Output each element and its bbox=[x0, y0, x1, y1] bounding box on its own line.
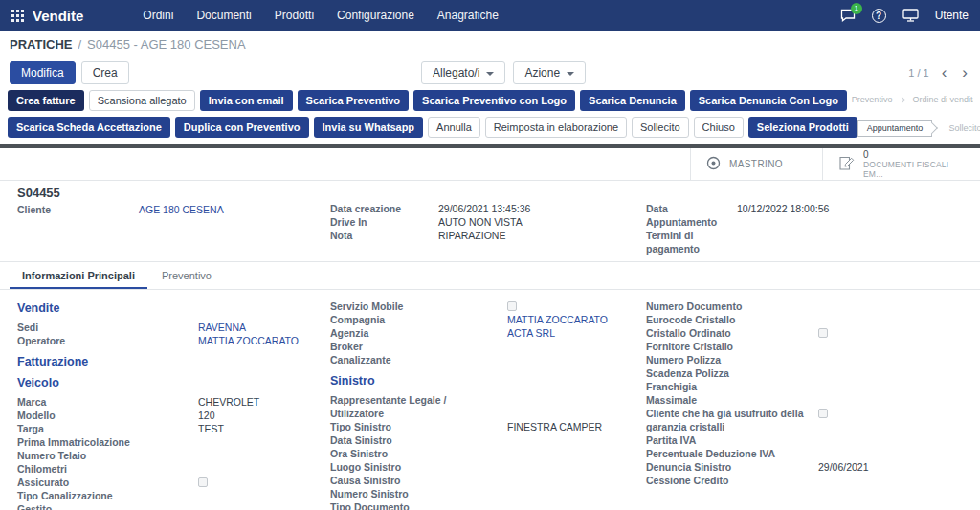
tab-informazioni-principali[interactable]: Informazioni Principali bbox=[10, 262, 147, 289]
invia-con-email-button[interactable]: Invia con email bbox=[200, 90, 293, 111]
menu-item-ordini[interactable]: Ordini bbox=[143, 9, 173, 22]
field-value: RIPARAZIONE bbox=[438, 229, 505, 242]
scarica-preventivo-button[interactable]: Scarica Preventivo bbox=[298, 90, 409, 111]
menu-item-anagrafiche[interactable]: Anagrafiche bbox=[437, 9, 499, 22]
sollecito-button[interactable]: Sollecito bbox=[632, 117, 689, 138]
help-icon[interactable]: ? bbox=[872, 9, 886, 23]
edit-document-icon bbox=[838, 155, 855, 173]
form-field-cristallo-ordinato: Cristallo Ordinato bbox=[646, 326, 970, 340]
chevron-right-icon bbox=[899, 96, 905, 102]
app-brand[interactable]: Vendite bbox=[33, 8, 83, 24]
invia-su-whatsapp-button[interactable]: Invia su Whatsapp bbox=[314, 117, 424, 138]
user-menu[interactable]: Utente bbox=[935, 9, 969, 22]
chat-icon[interactable]: 1 bbox=[840, 9, 856, 22]
field-label: Servizio Mobile bbox=[330, 299, 507, 313]
apps-grid-icon[interactable] bbox=[11, 10, 24, 22]
documenti-fiscali-button[interactable]: 0 DOCUMENTI FISCALI EM... bbox=[822, 148, 980, 180]
form-field-numero-telaio: Numero Telaio bbox=[17, 449, 330, 462]
form-field-tipo-sinistro: Tipo SinistroFINESTRA CAMPER bbox=[330, 420, 646, 433]
form-field-canalizzante: Canalizzante bbox=[330, 353, 646, 366]
form-field-cliente-che-ha-gi-usufruito-della-garanzia-cristalli: Cliente che ha già usufruito della garan… bbox=[646, 407, 970, 433]
crea-fatture-button[interactable]: Crea fatture bbox=[8, 90, 84, 111]
form-field-franchigia: Franchigia bbox=[646, 380, 970, 393]
record-column-2: Data creazione29/06/2021 13:45:36Drive I… bbox=[330, 186, 646, 255]
menu-item-prodotti[interactable]: Prodotti bbox=[275, 9, 314, 22]
field-label: Numero Polizza bbox=[646, 353, 818, 366]
field-label: Targa bbox=[17, 422, 198, 435]
azione-dropdown-label: Azione bbox=[524, 66, 560, 79]
field-value: AUTO NON VISTA bbox=[438, 215, 523, 229]
allegati-dropdown-label: Allegato/i bbox=[433, 66, 479, 79]
scarica-denuncia-button[interactable]: Scarica Denuncia bbox=[580, 90, 685, 111]
servizio-mobile-checkbox[interactable] bbox=[507, 301, 517, 311]
scarica-denuncia-con-logo-button[interactable]: Scarica Denuncia Con Logo bbox=[690, 90, 847, 111]
tab-preventivo[interactable]: Preventivo bbox=[149, 262, 224, 289]
form-field-sedi: SediRAVENNA bbox=[17, 321, 330, 334]
field-label: Scadenza Polizza bbox=[646, 366, 818, 380]
breadcrumb-root[interactable]: PRATICHE bbox=[10, 37, 72, 52]
chiuso-button[interactable]: Chiuso bbox=[694, 117, 744, 138]
status-step-sollecito: Sollecito bbox=[940, 121, 980, 136]
form-field-operatore: OperatoreMATTIA ZOCCARATO bbox=[17, 334, 330, 347]
azione-dropdown[interactable]: Azione bbox=[513, 61, 586, 84]
field-label: Termini di pagamento bbox=[646, 229, 737, 255]
field-label: Tipo Documento bbox=[330, 500, 507, 510]
breadcrumb-current: S04455 - AGE 180 CESENA bbox=[87, 37, 245, 52]
toolbar-row-1: Crea fattureScansiona allegatoInvia con … bbox=[8, 90, 972, 111]
reimposta-in-elaborazione-button[interactable]: Reimposta in elaborazione bbox=[485, 117, 627, 138]
form-column-middle: Servizio MobileCompagniaMATTIA ZOCCARATO… bbox=[330, 299, 646, 510]
menu-item-configurazione[interactable]: Configurazione bbox=[337, 9, 414, 22]
field-value[interactable]: ACTA SRL bbox=[507, 326, 555, 340]
modifica-button[interactable]: Modifica bbox=[10, 61, 76, 84]
action-bar-left: Modifica Crea bbox=[10, 61, 129, 84]
form-field-tipo-documento: Tipo Documento bbox=[330, 500, 646, 510]
form-field-marca: MarcaCHEVROLET bbox=[17, 395, 330, 409]
toolbar-buttons-row-1: Crea fattureScansiona allegatoInvia con … bbox=[8, 90, 847, 111]
assicurato-checkbox[interactable] bbox=[198, 477, 208, 487]
workflow-steps-row-2: AppuntamentoSollecitoFatturatoChiuso bbox=[858, 120, 980, 137]
form-column-left: VenditeSediRAVENNAOperatoreMATTIA ZOCCAR… bbox=[17, 299, 330, 510]
record-field-nota: NotaRIPARAZIONE bbox=[330, 229, 646, 242]
workflow-steps-row-1: PreventivoOrdine di vendita bbox=[847, 95, 973, 104]
form-field-luogo-sinistro: Luogo Sinistro bbox=[330, 460, 646, 474]
cristallo-ordinato-checkbox[interactable] bbox=[818, 328, 828, 338]
section-heading-vendite: Vendite bbox=[17, 301, 330, 315]
field-label: Compagnia bbox=[330, 313, 507, 326]
mastrino-label: MASTRINO bbox=[729, 159, 783, 169]
scarica-preventivo-con-logo-button[interactable]: Scarica Preventivo con Logo bbox=[413, 90, 575, 111]
field-label: Cliente bbox=[17, 203, 139, 216]
field-value[interactable]: MATTIA ZOCCARATO bbox=[507, 313, 608, 326]
field-value[interactable]: MATTIA ZOCCARATO bbox=[198, 334, 299, 347]
form-field-prima-immatricolazione: Prima Immatricolazione bbox=[17, 435, 330, 449]
form-field-percentuale-deduzione-iva: Percentuale Deduzione IVA bbox=[646, 447, 970, 460]
record-field-cliente: ClienteAGE 180 CESENA bbox=[17, 203, 330, 216]
field-value[interactable]: RAVENNA bbox=[198, 321, 246, 334]
crea-button[interactable]: Crea bbox=[81, 61, 129, 84]
menu-item-documenti[interactable]: Documenti bbox=[196, 9, 251, 22]
cliente-che-ha-gi-usufruito-della-garanzia-cristalli-checkbox[interactable] bbox=[818, 409, 828, 418]
form-field-eurocode-cristallo: Eurocode Cristallo bbox=[646, 313, 970, 326]
form-field-numero-polizza: Numero Polizza bbox=[646, 353, 970, 366]
form-field-tipo-canalizzazione: Tipo Canalizzazione bbox=[17, 489, 330, 502]
mastrino-icon bbox=[706, 156, 721, 172]
display-icon[interactable] bbox=[902, 9, 919, 22]
form-field-fornitore-cristallo: Fornitore Cristallo bbox=[646, 340, 970, 353]
field-value[interactable]: AGE 180 CESENA bbox=[139, 203, 224, 216]
chevron-down-icon bbox=[567, 72, 574, 76]
mastrino-button[interactable]: MASTRINO bbox=[690, 148, 822, 180]
field-label: Tipo Canalizzazione bbox=[17, 489, 198, 502]
scansiona-allegato-button[interactable]: Scansiona allegato bbox=[89, 90, 195, 111]
field-label: Cessione Credito bbox=[646, 474, 818, 487]
scarica-scheda-accettazione-button[interactable]: Scarica Scheda Accettazione bbox=[8, 117, 170, 138]
field-label: Prima Immatricolazione bbox=[17, 435, 198, 449]
prev-page-button[interactable]: ‹ bbox=[939, 66, 950, 79]
status-step-preventivo: Preventivo bbox=[847, 95, 898, 104]
form-field-scadenza-polizza: Scadenza Polizza bbox=[646, 366, 970, 380]
annulla-button[interactable]: Annulla bbox=[428, 117, 480, 138]
seleziona-prodotti-button[interactable]: Seleziona Prodotti bbox=[748, 117, 858, 138]
next-page-button[interactable]: › bbox=[959, 66, 970, 79]
field-label: Broker bbox=[330, 340, 507, 353]
allegati-dropdown[interactable]: Allegato/i bbox=[421, 61, 505, 84]
form-field-chilometri: Chilometri bbox=[17, 462, 330, 476]
duplica-con-preventivo-button[interactable]: Duplica con Preventivo bbox=[175, 117, 309, 138]
